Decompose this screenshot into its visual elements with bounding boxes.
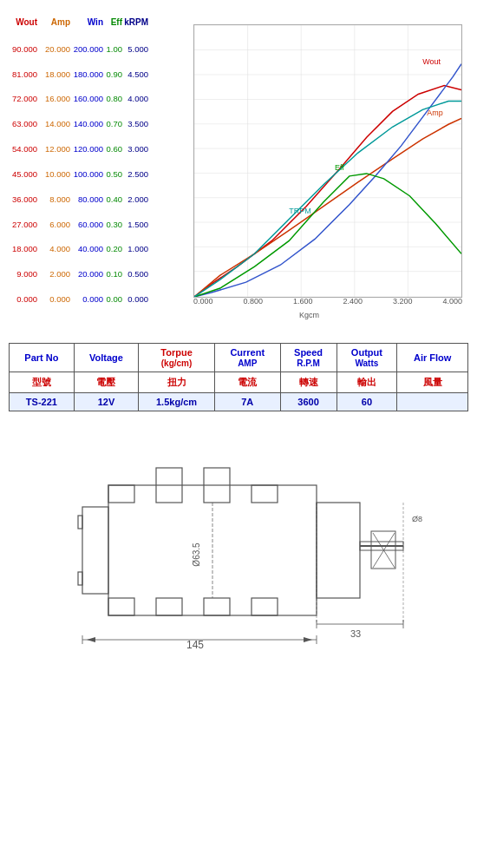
data-table: Part No Voltage Torpue(kg/cm) CurrentAMP…	[9, 343, 468, 411]
dim-145: 145	[186, 639, 204, 650]
notch-b3	[204, 598, 230, 615]
diagram-section: Ø63.5 Ø8 33 145	[0, 437, 477, 663]
chart-plot-area: Wout Amp Eff TRPM	[193, 24, 462, 298]
axis-row: 18.000 4.000 40.000 0.20 1.000	[4, 244, 195, 253]
header-row-en: Part No Voltage Torpue(kg/cm) CurrentAMP…	[10, 344, 468, 372]
eff-curve	[194, 174, 461, 297]
left-bracket	[82, 507, 108, 594]
chart-section: Wout Amp Win Eff kRPM 90.000 20.000 200.…	[0, 0, 477, 326]
x-label-2: 1.600	[293, 297, 313, 306]
dim-33: 33	[350, 628, 361, 639]
x-label-3: 2.400	[343, 297, 363, 306]
notch-b4	[252, 598, 278, 615]
header-eff: Eff	[103, 17, 122, 27]
chart-x-labels: 0.000 0.800 1.600 2.400 3.200 4.000	[193, 297, 462, 306]
header-win: Win	[70, 17, 103, 27]
axis-header: Wout Amp Win Eff kRPM	[4, 17, 195, 27]
arrow-left-145	[304, 637, 312, 642]
chart-svg: Wout Amp Eff TRPM	[194, 25, 461, 297]
trpm-curve	[194, 101, 461, 297]
notch-4	[252, 485, 278, 503]
th-cn-current: 電流	[214, 372, 280, 393]
arrow-right-145	[87, 637, 95, 642]
th-cn-speed: 轉速	[280, 372, 337, 393]
th-cn-airflow: 風量	[397, 372, 468, 393]
td-output: 60	[337, 393, 397, 411]
dim-dia635: Ø63.5	[192, 542, 201, 567]
amp-label: Amp	[427, 108, 442, 117]
th-output: OutputWatts	[337, 344, 397, 372]
wout-curve	[194, 86, 461, 297]
notch-b2	[156, 598, 182, 615]
th-cn-output: 輸出	[337, 372, 397, 393]
axis-row: 27.000 6.000 60.000 0.30 1.500	[4, 220, 195, 229]
notch-1	[108, 485, 134, 503]
td-airflow	[397, 393, 468, 411]
right-section	[317, 503, 360, 598]
th-airflow: Air Flow	[397, 344, 468, 372]
td-part-no: TS-221	[10, 393, 75, 411]
chart-x-title: Kgcm	[299, 311, 319, 319]
axis-row: 0.000 0.000 0.000 0.00 0.000	[4, 294, 195, 304]
wout-label: Wout	[422, 57, 441, 66]
technical-diagram: Ø63.5 Ø8 33 145	[30, 450, 447, 650]
td-voltage: 12V	[74, 393, 138, 411]
header-amp: Amp	[37, 17, 70, 27]
header-row-cn: 型號 電壓 扭力 電流 轉速 輸出 風量	[10, 372, 468, 393]
data-row: TS-221 12V 1.5kg/cm 7A 3600 60	[10, 393, 468, 411]
chart-container: Wout Amp Win Eff kRPM 90.000 20.000 200.…	[4, 9, 473, 321]
th-voltage: Voltage	[74, 344, 138, 372]
x-label-4: 3.200	[393, 297, 413, 306]
axis-row: 63.000 14.000 140.000 0.70 3.500	[4, 119, 195, 128]
x-label-0: 0.000	[193, 297, 213, 306]
left-mount-2	[78, 572, 82, 585]
td-torque: 1.5kg/cm	[139, 393, 215, 411]
trpm-label: TRPM	[289, 207, 310, 215]
dim-dia8: Ø8	[412, 515, 422, 523]
axis-row: 45.000 10.000 100.000 0.50 2.500	[4, 169, 195, 179]
th-cn-voltage: 電壓	[74, 372, 138, 393]
x-label-5: 4.000	[442, 297, 462, 306]
left-mount-1	[78, 516, 82, 529]
axis-row: 9.000 2.000 20.000 0.10 0.500	[4, 269, 195, 279]
x-label-1: 0.800	[243, 297, 263, 306]
th-cn-part: 型號	[10, 372, 75, 393]
table-section: Part No Voltage Torpue(kg/cm) CurrentAMP…	[0, 334, 477, 420]
header-wout: Wout	[4, 17, 37, 27]
axis-row: 72.000 16.000 160.000 0.80 4.000	[4, 94, 195, 103]
chart-axis-labels: Wout Amp Win Eff kRPM 90.000 20.000 200.…	[4, 17, 195, 304]
th-current: CurrentAMP	[214, 344, 280, 372]
axis-row: 54.000 12.000 120.000 0.60 3.000	[4, 144, 195, 154]
axis-row: 90.000 20.000 200.000 1.00 5.000	[4, 44, 195, 54]
th-part-no: Part No	[10, 344, 75, 372]
td-current: 7A	[214, 393, 280, 411]
th-speed: SpeedR.P.M	[280, 344, 337, 372]
header-krpm: kRPM	[122, 17, 148, 27]
th-torque: Torpue(kg/cm)	[139, 344, 215, 372]
eff-label: Eff	[335, 163, 344, 172]
axis-row: 81.000 18.000 180.000 0.90 4.500	[4, 69, 195, 79]
th-cn-torque: 扭力	[139, 372, 215, 393]
axis-row: 36.000 8.000 80.000 0.40 2.000	[4, 194, 195, 204]
notch-b1	[108, 598, 134, 615]
td-speed: 3600	[280, 393, 337, 411]
